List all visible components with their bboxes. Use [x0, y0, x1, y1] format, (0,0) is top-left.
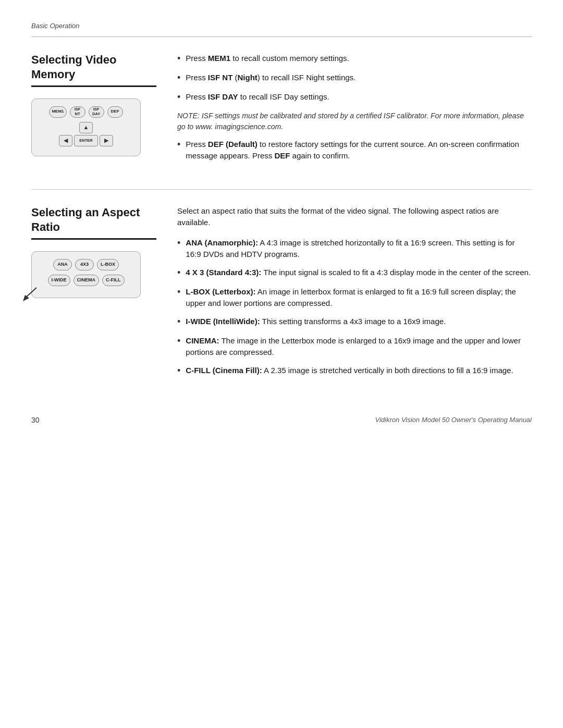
section1-left: Selecting Video Memory MEM1 ISFNT ISFDAY… [31, 53, 167, 168]
bullet-cinema: • CINEMA: The image in the Letterbox mod… [177, 335, 532, 359]
dpad-right: ▶ [100, 135, 113, 146]
iwide-button: I-WIDE [48, 275, 70, 286]
bullet-dot-a1: • [177, 236, 180, 250]
bullet-isf-day-text: Press ISF DAY to recall ISF Day settings… [186, 91, 532, 103]
bullet-ana-text: ANA (Anamorphic): A 4:3 image is stretch… [186, 237, 532, 261]
lbox-label: L-BOX (Letterbox): [186, 287, 255, 296]
remote-row1: MEM1 ISFNT ISFDAY DEF [37, 106, 135, 118]
section-aspect-ratio: Selecting an Aspect Ratio ANA 4X3 L-BOX … [31, 205, 532, 394]
isf-day-label: ISF DAY [208, 92, 238, 101]
bullet-dot-a2: • [177, 266, 180, 280]
section-divider [31, 189, 532, 190]
page: Basic Operation Selecting Video Memory M… [0, 0, 563, 447]
bullet-isf-nt-text: Press ISF NT (Night) to recall ISF Night… [186, 72, 532, 84]
def-label: DEF (Default) [208, 140, 258, 149]
cinema-button: CINEMA [74, 275, 100, 286]
bullet-cfill: • C-FILL (Cinema Fill): A 2.35 image is … [177, 365, 532, 378]
bullet-dot-3: • [177, 90, 180, 104]
bullet-dot-a3: • [177, 285, 180, 299]
lbox-button: L-BOX [97, 259, 119, 270]
4x3-button: 4X3 [75, 259, 94, 270]
section1-heading: Selecting Video Memory [31, 53, 156, 87]
isf-day-button: ISFDAY [89, 106, 104, 118]
aspect-intro-text: Select an aspect ratio that suits the fo… [177, 205, 532, 229]
bullet-4x3: • 4 X 3 (Standard 4:3): The input signal… [177, 267, 532, 280]
cfill-label: C-FILL (Cinema Fill): [186, 366, 262, 375]
bullet-4x3-text: 4 X 3 (Standard 4:3): The input signal i… [186, 267, 532, 279]
isf-nt-button: ISFNT [70, 106, 85, 118]
section2-left: Selecting an Aspect Ratio ANA 4X3 L-BOX … [31, 205, 167, 384]
section-video-memory: Selecting Video Memory MEM1 ISFNT ISFDAY… [31, 53, 532, 179]
note-block: NOTE: ISF settings must be calibrated an… [177, 110, 532, 132]
dpad-enter: ENTER [74, 135, 98, 146]
bullet-cfill-text: C-FILL (Cinema Fill): A 2.35 image is st… [186, 365, 532, 377]
ana-label: ANA (Anamorphic): [186, 238, 258, 247]
isf-nt-label: ISF NT [208, 73, 233, 82]
bullet-lbox-text: L-BOX (Letterbox): An image in letterbox… [186, 286, 532, 310]
remote-diagram-aspect: ANA 4X3 L-BOX I-WIDE CINEMA C-FILL [31, 251, 141, 298]
bullet-dot-a4: • [177, 315, 180, 329]
dpad: ▲ ◀ ENTER ▶ [37, 122, 135, 146]
aspect-arrow-wrapper: ANA 4X3 L-BOX I-WIDE CINEMA C-FILL [31, 248, 141, 298]
bullet-dot-2: • [177, 71, 180, 85]
dpad-left: ◀ [59, 135, 72, 146]
def-again-label: DEF [274, 151, 290, 160]
bullet-dot-4: • [177, 138, 180, 152]
section1-bullet-list-2: • Press DEF (Default) to restore factory… [177, 139, 532, 162]
top-divider [31, 36, 532, 37]
iwide-label: I-WIDE (IntelliWide): [186, 317, 260, 326]
dpad-middle-row: ◀ ENTER ▶ [59, 135, 113, 146]
dpad-up: ▲ [79, 122, 93, 133]
def-button: DEF [107, 106, 123, 118]
section2-heading: Selecting an Aspect Ratio [31, 205, 156, 240]
pointer-arrow-icon [22, 287, 38, 302]
bullet-ana: • ANA (Anamorphic): A 4:3 image is stret… [177, 237, 532, 261]
footer: 30 Vidikron Vision Model 50 Owner's Oper… [31, 415, 532, 426]
night-label: Night [238, 73, 258, 82]
4x3-label: 4 X 3 (Standard 4:3): [186, 268, 261, 277]
bullet-lbox: • L-BOX (Letterbox): An image in letterb… [177, 286, 532, 310]
dpad-top-row: ▲ [79, 122, 93, 133]
bullet-dot-1: • [177, 52, 180, 66]
aspect-row1: ANA 4X3 L-BOX [37, 259, 135, 270]
aspect-row2: I-WIDE CINEMA C-FILL [37, 275, 135, 286]
bullet-isf-day: • Press ISF DAY to recall ISF Day settin… [177, 91, 532, 104]
bullet-mem1-text: Press MEM1 to recall custom memory setti… [186, 53, 532, 65]
bullet-dot-a6: • [177, 364, 180, 378]
footer-page-number: 30 [31, 415, 40, 426]
bullet-def: • Press DEF (Default) to restore factory… [177, 139, 532, 162]
mem1-label: MEM1 [208, 54, 230, 63]
section1-bullet-list: • Press MEM1 to recall custom memory set… [177, 53, 532, 104]
bullet-isf-nt: • Press ISF NT (Night) to recall ISF Nig… [177, 72, 532, 85]
bullet-dot-a5: • [177, 334, 180, 348]
remote-diagram-memory: MEM1 ISFNT ISFDAY DEF ▲ ◀ ENTER ▶ [31, 98, 141, 156]
mem1-button: MEM1 [49, 106, 66, 118]
section2-right: Select an aspect ratio that suits the fo… [167, 205, 532, 384]
bullet-iwide: • I-WIDE (IntelliWide): This setting tra… [177, 316, 532, 329]
ana-button: ANA [53, 259, 72, 270]
bullet-cinema-text: CINEMA: The image in the Letterbox mode … [186, 335, 532, 359]
cinema-label: CINEMA: [186, 336, 219, 345]
bullet-def-text: Press DEF (Default) to restore factory s… [186, 139, 532, 162]
cfill-button: C-FILL [102, 275, 125, 286]
bullet-iwide-text: I-WIDE (IntelliWide): This setting trans… [186, 316, 532, 328]
section1-right: • Press MEM1 to recall custom memory set… [167, 53, 532, 168]
breadcrumb: Basic Operation [31, 21, 532, 31]
bullet-mem1: • Press MEM1 to recall custom memory set… [177, 53, 532, 66]
footer-brand: Vidikron Vision Model 50 Owner's Operati… [375, 415, 532, 425]
section2-bullet-list: • ANA (Anamorphic): A 4:3 image is stret… [177, 237, 532, 378]
svg-marker-1 [23, 295, 29, 301]
